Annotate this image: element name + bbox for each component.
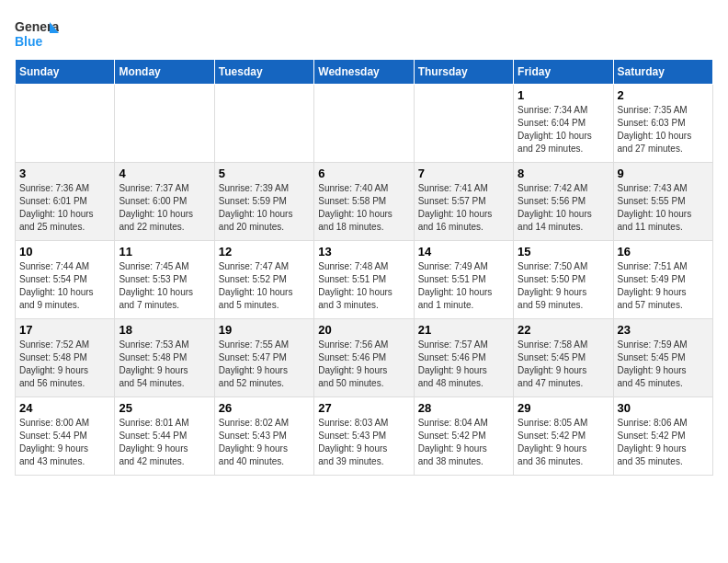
day-info: Sunrise: 7:40 AM Sunset: 5:58 PM Dayligh… — [318, 182, 409, 234]
day-number: 21 — [418, 323, 509, 337]
calendar-cell: 16Sunrise: 7:51 AM Sunset: 5:49 PM Dayli… — [613, 241, 712, 319]
calendar-cell: 9Sunrise: 7:43 AM Sunset: 5:55 PM Daylig… — [613, 163, 712, 241]
calendar-cell: 25Sunrise: 8:01 AM Sunset: 5:44 PM Dayli… — [115, 397, 214, 476]
calendar-cell: 4Sunrise: 7:37 AM Sunset: 6:00 PM Daylig… — [115, 163, 214, 241]
page-header: General Blue — [15, 15, 713, 52]
calendar-cell — [214, 85, 313, 163]
calendar-cell: 12Sunrise: 7:47 AM Sunset: 5:52 PM Dayli… — [214, 241, 313, 319]
day-info: Sunrise: 7:45 AM Sunset: 5:53 PM Dayligh… — [119, 260, 210, 312]
day-info: Sunrise: 7:47 AM Sunset: 5:52 PM Dayligh… — [219, 260, 310, 312]
day-info: Sunrise: 8:05 AM Sunset: 5:42 PM Dayligh… — [518, 417, 609, 468]
day-number: 6 — [318, 167, 409, 180]
calendar-cell: 18Sunrise: 7:53 AM Sunset: 5:48 PM Dayli… — [115, 319, 214, 397]
day-number: 2 — [618, 88, 709, 102]
day-number: 15 — [518, 245, 609, 259]
col-header-saturday: Saturday — [613, 60, 712, 85]
day-number: 25 — [119, 401, 210, 415]
calendar-cell: 23Sunrise: 7:59 AM Sunset: 5:45 PM Dayli… — [613, 319, 712, 397]
calendar-cell: 6Sunrise: 7:40 AM Sunset: 5:58 PM Daylig… — [314, 163, 414, 241]
day-info: Sunrise: 7:58 AM Sunset: 5:45 PM Dayligh… — [518, 339, 609, 390]
day-number: 10 — [19, 245, 110, 259]
col-header-tuesday: Tuesday — [214, 60, 313, 85]
day-info: Sunrise: 7:52 AM Sunset: 5:48 PM Dayligh… — [19, 339, 110, 390]
day-number: 29 — [518, 401, 609, 415]
day-number: 30 — [618, 401, 709, 415]
day-number: 18 — [119, 323, 210, 337]
col-header-thursday: Thursday — [414, 60, 513, 85]
day-number: 14 — [418, 245, 509, 259]
calendar-cell — [115, 85, 214, 163]
calendar-cell: 20Sunrise: 7:56 AM Sunset: 5:46 PM Dayli… — [314, 319, 414, 397]
logo: General Blue — [15, 15, 63, 52]
day-number: 13 — [318, 245, 409, 259]
day-number: 20 — [318, 323, 409, 337]
day-number: 24 — [19, 401, 110, 415]
calendar-cell: 11Sunrise: 7:45 AM Sunset: 5:53 PM Dayli… — [115, 241, 214, 319]
day-number: 26 — [219, 401, 310, 415]
day-info: Sunrise: 7:43 AM Sunset: 5:55 PM Dayligh… — [618, 182, 709, 234]
calendar-cell: 21Sunrise: 7:57 AM Sunset: 5:46 PM Dayli… — [414, 319, 513, 397]
day-number: 9 — [618, 167, 709, 180]
day-number: 1 — [518, 88, 609, 102]
calendar-cell: 14Sunrise: 7:49 AM Sunset: 5:51 PM Dayli… — [414, 241, 513, 319]
calendar-cell: 15Sunrise: 7:50 AM Sunset: 5:50 PM Dayli… — [514, 241, 613, 319]
day-number: 7 — [418, 167, 509, 180]
calendar-cell — [414, 85, 513, 163]
calendar-cell: 13Sunrise: 7:48 AM Sunset: 5:51 PM Dayli… — [314, 241, 414, 319]
day-number: 12 — [219, 245, 310, 259]
day-info: Sunrise: 7:57 AM Sunset: 5:46 PM Dayligh… — [418, 339, 509, 390]
calendar-cell: 8Sunrise: 7:42 AM Sunset: 5:56 PM Daylig… — [514, 163, 613, 241]
logo-icon: General Blue — [15, 15, 59, 52]
day-info: Sunrise: 7:55 AM Sunset: 5:47 PM Dayligh… — [219, 339, 310, 390]
day-info: Sunrise: 7:39 AM Sunset: 5:59 PM Dayligh… — [219, 182, 310, 234]
calendar-cell — [16, 85, 115, 163]
calendar-cell: 17Sunrise: 7:52 AM Sunset: 5:48 PM Dayli… — [16, 319, 115, 397]
day-number: 16 — [618, 245, 709, 259]
day-number: 11 — [119, 245, 210, 259]
day-info: Sunrise: 7:35 AM Sunset: 6:03 PM Dayligh… — [618, 104, 709, 155]
calendar-cell: 10Sunrise: 7:44 AM Sunset: 5:54 PM Dayli… — [16, 241, 115, 319]
calendar-cell: 3Sunrise: 7:36 AM Sunset: 6:01 PM Daylig… — [16, 163, 115, 241]
calendar-cell — [314, 85, 414, 163]
svg-text:Blue: Blue — [15, 34, 43, 49]
calendar-cell: 7Sunrise: 7:41 AM Sunset: 5:57 PM Daylig… — [414, 163, 513, 241]
day-info: Sunrise: 7:36 AM Sunset: 6:01 PM Dayligh… — [19, 182, 110, 234]
calendar-cell: 5Sunrise: 7:39 AM Sunset: 5:59 PM Daylig… — [214, 163, 313, 241]
day-number: 19 — [219, 323, 310, 337]
calendar-cell: 24Sunrise: 8:00 AM Sunset: 5:44 PM Dayli… — [16, 397, 115, 476]
col-header-friday: Friday — [514, 60, 613, 85]
day-info: Sunrise: 7:59 AM Sunset: 5:45 PM Dayligh… — [618, 339, 709, 390]
day-number: 28 — [418, 401, 509, 415]
day-info: Sunrise: 8:01 AM Sunset: 5:44 PM Dayligh… — [119, 417, 210, 468]
day-number: 8 — [518, 167, 609, 180]
calendar-cell: 27Sunrise: 8:03 AM Sunset: 5:43 PM Dayli… — [314, 397, 414, 476]
calendar-cell: 30Sunrise: 8:06 AM Sunset: 5:42 PM Dayli… — [613, 397, 712, 476]
calendar-cell: 29Sunrise: 8:05 AM Sunset: 5:42 PM Dayli… — [514, 397, 613, 476]
day-info: Sunrise: 7:49 AM Sunset: 5:51 PM Dayligh… — [418, 260, 509, 312]
col-header-monday: Monday — [115, 60, 214, 85]
calendar-cell: 22Sunrise: 7:58 AM Sunset: 5:45 PM Dayli… — [514, 319, 613, 397]
day-info: Sunrise: 7:41 AM Sunset: 5:57 PM Dayligh… — [418, 182, 509, 234]
day-info: Sunrise: 7:56 AM Sunset: 5:46 PM Dayligh… — [318, 339, 409, 390]
calendar-cell: 1Sunrise: 7:34 AM Sunset: 6:04 PM Daylig… — [514, 85, 613, 163]
calendar-cell: 26Sunrise: 8:02 AM Sunset: 5:43 PM Dayli… — [214, 397, 313, 476]
calendar-cell: 2Sunrise: 7:35 AM Sunset: 6:03 PM Daylig… — [613, 85, 712, 163]
day-number: 5 — [219, 167, 310, 180]
day-info: Sunrise: 7:50 AM Sunset: 5:50 PM Dayligh… — [518, 260, 609, 312]
day-number: 3 — [19, 167, 110, 180]
day-info: Sunrise: 7:48 AM Sunset: 5:51 PM Dayligh… — [318, 260, 409, 312]
day-info: Sunrise: 8:00 AM Sunset: 5:44 PM Dayligh… — [19, 417, 110, 468]
day-info: Sunrise: 7:42 AM Sunset: 5:56 PM Dayligh… — [518, 182, 609, 234]
day-number: 22 — [518, 323, 609, 337]
day-number: 17 — [19, 323, 110, 337]
day-info: Sunrise: 8:02 AM Sunset: 5:43 PM Dayligh… — [219, 417, 310, 468]
day-info: Sunrise: 7:34 AM Sunset: 6:04 PM Dayligh… — [518, 104, 609, 155]
calendar-table: SundayMondayTuesdayWednesdayThursdayFrid… — [15, 59, 713, 476]
col-header-sunday: Sunday — [16, 60, 115, 85]
day-number: 23 — [618, 323, 709, 337]
day-info: Sunrise: 7:37 AM Sunset: 6:00 PM Dayligh… — [119, 182, 210, 234]
day-info: Sunrise: 7:51 AM Sunset: 5:49 PM Dayligh… — [618, 260, 709, 312]
day-number: 27 — [318, 401, 409, 415]
calendar-cell: 28Sunrise: 8:04 AM Sunset: 5:42 PM Dayli… — [414, 397, 513, 476]
day-info: Sunrise: 8:04 AM Sunset: 5:42 PM Dayligh… — [418, 417, 509, 468]
